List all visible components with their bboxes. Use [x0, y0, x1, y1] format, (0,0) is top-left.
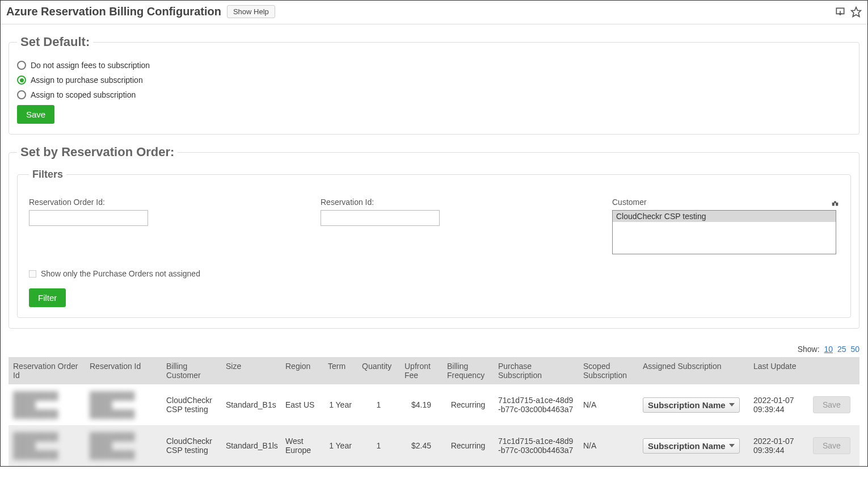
cell-billing-customer: CloudCheckr CSP testing: [162, 384, 221, 425]
cell-size: Standard_B1ls: [221, 425, 281, 466]
radio-icon: [17, 76, 26, 85]
svg-rect-3: [834, 201, 836, 203]
col-term[interactable]: Term: [323, 357, 357, 384]
col-reservation-id[interactable]: Reservation Id: [85, 357, 162, 384]
cell-billing-customer: CloudCheckr CSP testing: [162, 425, 221, 466]
cell-actions: Save: [808, 384, 859, 425]
assigned-subscription-dropdown[interactable]: Subscription Name: [643, 438, 740, 454]
cell-reservation-order-id: ████████ ████ ████████: [9, 384, 85, 425]
customer-label: Customer: [612, 198, 647, 207]
reservation-id-label: Reservation Id:: [321, 198, 589, 207]
col-last-update[interactable]: Last Update: [749, 357, 808, 384]
cell-term: 1 Year: [323, 425, 357, 466]
page-size-10[interactable]: 10: [824, 345, 833, 354]
col-region[interactable]: Region: [281, 357, 323, 384]
radio-label: Assign to scoped subscription: [31, 90, 136, 99]
reservation-order-id-input[interactable]: [29, 210, 148, 226]
customer-option[interactable]: CloudCheckr CSP testing: [613, 211, 836, 222]
reservation-order-id-label: Reservation Order Id:: [29, 198, 298, 207]
col-assigned-subscription[interactable]: Assigned Subscription: [638, 357, 749, 384]
radio-assign-purchase[interactable]: Assign to purchase subscription: [17, 76, 851, 85]
cell-reservation-id: ████████ ████ ████████: [85, 384, 162, 425]
reservation-id-input[interactable]: [321, 210, 440, 226]
cell-reservation-id: ████████ ████ ████████: [85, 425, 162, 466]
cell-billing-frequency: Recurring: [443, 384, 494, 425]
set-default-legend: Set Default:: [17, 35, 93, 49]
cell-assigned-subscription: Subscription Name: [638, 384, 749, 425]
cell-assigned-subscription: Subscription Name: [638, 425, 749, 466]
col-purchase-subscription[interactable]: Purchase Subscription: [494, 357, 579, 384]
col-billing-frequency[interactable]: Billing Frequency: [443, 357, 494, 384]
cell-size: Standard_B1s: [221, 384, 281, 425]
filters-legend: Filters: [29, 169, 66, 181]
set-default-fieldset: Set Default: Do not assign fees to subsc…: [9, 35, 859, 135]
cell-upfront-fee: $4.19: [400, 384, 443, 425]
cell-term: 1 Year: [323, 384, 357, 425]
col-reservation-order-id[interactable]: Reservation Order Id: [9, 357, 85, 384]
customer-select[interactable]: CloudCheckr CSP testing: [612, 210, 836, 254]
cell-scoped-subscription: N/A: [579, 384, 638, 425]
svg-rect-1: [832, 203, 835, 206]
chevron-down-icon: [729, 403, 735, 406]
col-quantity[interactable]: Quantity: [357, 357, 400, 384]
cell-reservation-order-id: ████████ ████ ████████: [9, 425, 85, 466]
row-save-button[interactable]: Save: [813, 396, 850, 413]
show-label: Show:: [798, 345, 820, 354]
assigned-subscription-dropdown[interactable]: Subscription Name: [643, 397, 740, 413]
radio-label: Assign to purchase subscription: [31, 76, 143, 85]
page-size-50[interactable]: 50: [850, 345, 859, 354]
cell-upfront-fee: $2.45: [400, 425, 443, 466]
cell-purchase-subscription: 71c1d715-a1ce-48d9-b77c-03c00b4463a7: [494, 425, 579, 466]
set-by-order-legend: Set by Reservation Order:: [17, 145, 178, 160]
download-icon[interactable]: [835, 6, 846, 18]
filter-button[interactable]: Filter: [29, 288, 66, 307]
binoculars-icon[interactable]: [831, 200, 839, 208]
cell-region: East US: [281, 384, 323, 425]
radio-do-not-assign[interactable]: Do not assign fees to subscription: [17, 61, 851, 70]
col-scoped-subscription[interactable]: Scoped Subscription: [579, 357, 638, 384]
cell-purchase-subscription: 71c1d715-a1ce-48d9-b77c-03c00b4463a7: [494, 384, 579, 425]
chevron-down-icon: [729, 444, 735, 447]
cell-scoped-subscription: N/A: [579, 425, 638, 466]
cell-actions: Save: [808, 425, 859, 466]
col-actions: [808, 357, 859, 384]
page-size-25[interactable]: 25: [837, 345, 846, 354]
row-save-button[interactable]: Save: [813, 437, 850, 454]
cell-quantity: 1: [357, 384, 400, 425]
svg-rect-2: [836, 203, 838, 206]
cell-last-update: 2022-01-07 09:39:44: [749, 384, 808, 425]
radio-icon: [17, 90, 26, 99]
save-default-button[interactable]: Save: [17, 105, 54, 124]
page-title: Azure Reservation Billing Configuration: [6, 5, 221, 18]
set-by-order-fieldset: Set by Reservation Order: Filters Reserv…: [9, 145, 859, 329]
table-row: ████████ ████ ████████████████ ████ ████…: [9, 425, 859, 466]
cell-quantity: 1: [357, 425, 400, 466]
star-icon[interactable]: [850, 6, 862, 18]
radio-label: Do not assign fees to subscription: [31, 61, 150, 70]
table-header-row: Reservation Order Id Reservation Id Bill…: [9, 357, 859, 384]
col-size[interactable]: Size: [221, 357, 281, 384]
show-help-button[interactable]: Show Help: [227, 5, 275, 18]
svg-marker-0: [852, 7, 861, 16]
cell-last-update: 2022-01-07 09:39:44: [749, 425, 808, 466]
radio-icon: [17, 61, 26, 70]
show-only-unassigned-label: Show only the Purchase Orders not assign…: [41, 269, 200, 278]
table-row: ████████ ████ ████████████████ ████ ████…: [9, 384, 859, 425]
show-only-unassigned-checkbox[interactable]: [29, 270, 36, 278]
col-upfront-fee[interactable]: Upfront Fee: [400, 357, 443, 384]
cell-billing-frequency: Recurring: [443, 425, 494, 466]
cell-region: West Europe: [281, 425, 323, 466]
radio-assign-scoped[interactable]: Assign to scoped subscription: [17, 90, 851, 99]
col-billing-customer[interactable]: Billing Customer: [162, 357, 221, 384]
reservation-table: Reservation Order Id Reservation Id Bill…: [9, 357, 859, 466]
filters-fieldset: Filters Reservation Order Id: Reservatio…: [17, 169, 851, 318]
